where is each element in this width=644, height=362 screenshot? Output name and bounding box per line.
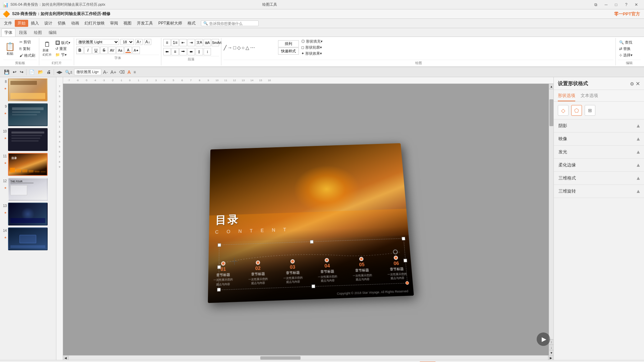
section-glow[interactable]: 发光 ▶ — [554, 146, 644, 159]
handle-tl[interactable] — [218, 243, 221, 247]
shape-more[interactable]: ⋯ — [250, 45, 255, 51]
font-size-select[interactable]: 18 — [120, 39, 134, 45]
qa-font-size-down[interactable]: A- — [102, 69, 109, 75]
qa-redo-btn[interactable]: ↪ — [18, 69, 25, 75]
smartart-btn[interactable]: SmArt — [212, 39, 219, 46]
qa-open-btn[interactable]: 📂 — [37, 69, 45, 75]
slide-thumb-8[interactable]: 8★ — [1, 79, 55, 101]
menu-item-design[interactable]: 设计 — [42, 20, 55, 27]
qa-print-btn[interactable]: 🖨 — [45, 69, 52, 75]
shape-outline-btn[interactable]: ◻ 形状轮廓▾ — [300, 45, 324, 50]
qa-undo-btn[interactable]: ↩ — [11, 69, 18, 75]
shape-ellipse[interactable]: ○ — [241, 45, 245, 51]
format-brush-btn[interactable]: 🖌 格式刷 — [18, 52, 37, 59]
menu-item-ppt-materials[interactable]: PPT素材大师 — [156, 20, 185, 27]
paste-btn[interactable]: 📋 粘贴 — [3, 41, 17, 57]
justify-btn[interactable]: ⬌ — [187, 48, 195, 55]
menu-item-animation[interactable]: 动画 — [68, 20, 82, 27]
timeline-item-03[interactable]: 03 章节标题 一次性展示您的观点与内容 — [283, 259, 303, 284]
underline-btn[interactable]: U — [92, 47, 100, 54]
slide-preview-10[interactable] — [8, 128, 48, 151]
effects-icon-tab[interactable]: ⬠ — [571, 105, 582, 116]
qa-erase-fmt[interactable]: ⌫ — [118, 69, 126, 75]
handle-bm[interactable] — [311, 284, 315, 288]
ribbon-tab-font-group[interactable]: 字体 — [1, 29, 15, 37]
slide-thumb-10[interactable]: 10★ — [1, 128, 55, 151]
timeline-item-06[interactable]: 06 章节标题 一次性展示您的观点与内容 — [386, 255, 407, 280]
help-btn[interactable]: ? — [621, 1, 631, 8]
strikethrough-btn[interactable]: S — [100, 47, 108, 54]
slide-thumb-9[interactable]: 9★ — [1, 103, 55, 126]
fill-line-icon-tab[interactable]: ◇ — [558, 105, 569, 116]
text-effect-btn[interactable]: A✦ — [132, 47, 140, 54]
menu-item-insert[interactable]: 插入 — [28, 20, 42, 27]
bold-btn[interactable]: B — [76, 47, 84, 54]
menu-item-file[interactable]: 文件 — [1, 20, 15, 27]
menu-item-slideshow[interactable]: 幻灯片放映 — [82, 20, 107, 27]
slide-preview-12[interactable]: THE FOUR — [8, 178, 48, 201]
case-btn[interactable]: Aa — [116, 47, 124, 54]
section-3d-format[interactable]: 三维格式 ▶ — [554, 172, 644, 185]
canvas-scrollbar-h[interactable]: ◀ ▶ — [63, 355, 553, 360]
qa-save-btn[interactable]: 💾 — [3, 69, 11, 75]
font-color-btn[interactable]: A — [124, 47, 132, 54]
layout-btn[interactable]: 🔲 版式▾ — [54, 40, 72, 46]
slide-preview-9[interactable] — [8, 103, 48, 126]
timeline-item-05[interactable]: 05 章节标题 一次性展示您的观点与内容 — [352, 256, 373, 281]
slide-preview-11[interactable]: 目录 — [8, 153, 48, 176]
handle-tm[interactable] — [310, 240, 313, 243]
ribbon-tab-editing[interactable]: 编辑 — [46, 29, 60, 37]
quick-style-btn[interactable]: 快速样式 — [278, 48, 299, 55]
timeline-item-02[interactable]: 02 章节标题 一次性展示您的观点与内容 — [248, 260, 268, 285]
minimize-btn[interactable]: ─ — [601, 1, 611, 8]
copy-btn[interactable]: ⎘ 复制 — [18, 46, 37, 52]
scroll-thumb-h[interactable] — [260, 356, 301, 360]
ribbon-tab-drawing[interactable]: 绘图 — [31, 29, 45, 37]
numbered-list-btn[interactable]: 1≡ — [171, 39, 179, 46]
menu-item-format[interactable]: 格式 — [185, 20, 198, 27]
italic-btn[interactable]: I — [84, 47, 92, 54]
timeline-item-04[interactable]: 04 章节标题 一次性展示您的观点与内容 — [317, 258, 338, 283]
handle-bl[interactable] — [217, 288, 220, 291]
slide-preview-8[interactable] — [8, 79, 48, 101]
qa-arrows[interactable]: ◀▶ — [55, 69, 63, 75]
col-count-btn[interactable]: ⫿ — [196, 48, 203, 55]
shape-rect[interactable]: □ — [233, 45, 236, 51]
section-btn[interactable]: 📁 节▾ — [54, 52, 72, 58]
menu-item-transition[interactable]: 切换 — [55, 20, 68, 27]
slide-thumb-14[interactable]: 14★ — [1, 227, 55, 250]
char-spacing-btn[interactable]: AV — [108, 47, 116, 54]
align-text-btn[interactable]: ⊞A — [204, 39, 211, 46]
slide-thumb-13[interactable]: 13★ — [1, 203, 55, 225]
slide-preview-13[interactable] — [8, 203, 48, 225]
align-center-btn[interactable]: ≡ — [171, 48, 179, 55]
section-reflection[interactable]: 映像 ▶ — [554, 133, 644, 146]
panel-close-btn[interactable]: ✕ — [636, 81, 640, 87]
qa-zoom-grp[interactable]: 🔍± — [64, 69, 73, 75]
menu-item-developer[interactable]: 开发工具 — [134, 20, 156, 27]
shape-diamond[interactable]: ◇ — [237, 45, 241, 51]
slide-preview-14[interactable] — [8, 227, 48, 250]
slide-thumb-11[interactable]: 11★ 目录 — [1, 153, 55, 176]
font-family-select[interactable]: 微软雅黑 Light — [76, 39, 119, 45]
close-btn[interactable]: ✕ — [631, 1, 641, 8]
shape-triangle[interactable]: △ — [245, 45, 250, 51]
search-box[interactable]: 🔍 — [201, 20, 259, 26]
section-3d-rotation[interactable]: 三维旋转 ▶ — [554, 185, 644, 198]
section-soft-edges[interactable]: 柔化边缘 ▶ — [554, 159, 644, 172]
font-size-increase[interactable]: A↑ — [135, 39, 143, 45]
new-slide-btn[interactable]: 🗒 新建幻灯片 — [41, 40, 53, 58]
video-play-btn[interactable]: ▶ — [537, 332, 550, 346]
slide-canvas[interactable]: 目录 C O N T E N T — [63, 84, 553, 355]
arrange-btn[interactable]: 排列 — [278, 40, 299, 47]
indent-increase-btn[interactable]: ⇥ — [187, 39, 195, 46]
page-down-btn[interactable]: ↓ — [549, 345, 553, 350]
find-btn[interactable]: 🔍 查找 — [618, 40, 641, 45]
menu-item-review[interactable]: 审阅 — [107, 20, 121, 27]
menu-item-view[interactable]: 视图 — [121, 20, 134, 27]
size-icon-tab[interactable]: ⊞ — [585, 105, 595, 116]
font-size-decrease[interactable]: A↓ — [144, 39, 151, 45]
slide-thumb-12[interactable]: 12★ THE FOUR — [1, 178, 55, 201]
shape-arrow-right[interactable]: → — [227, 45, 232, 51]
text-direction-btn[interactable]: 文A — [196, 39, 203, 46]
